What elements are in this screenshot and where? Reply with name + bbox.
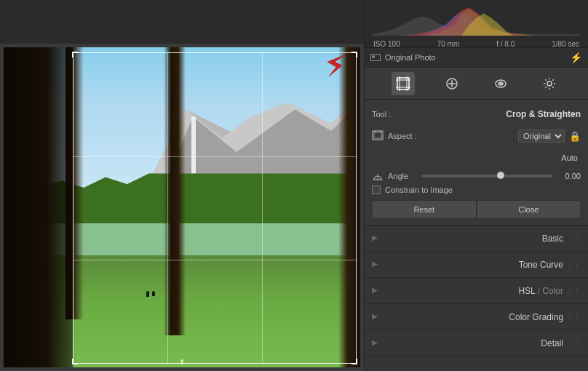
panel-label-detail: Detail <box>384 338 563 348</box>
resize-handle-bottom[interactable]: ⬍ <box>179 358 185 366</box>
svg-rect-20 <box>374 132 381 138</box>
lock-icon: 🔒 <box>569 131 581 142</box>
auto-row: Auto <box>372 149 581 167</box>
photo-background: ⬍ ⤢ <box>4 47 360 367</box>
svg-point-18 <box>547 81 552 86</box>
panel-expand-icon-hsl <box>372 288 378 294</box>
photo-icon <box>370 54 381 61</box>
outside-crop-left <box>4 47 73 367</box>
exif-focal: 70 mm <box>437 40 460 48</box>
aspect-icon <box>372 130 384 143</box>
crop-straighten-tool-button[interactable] <box>392 72 415 95</box>
exif-shutter: 1/80 sec <box>552 40 579 48</box>
top-bar <box>0 0 364 44</box>
panel-label-color-grading: Color Grading <box>384 312 563 322</box>
photo-info-label: Original Photo <box>385 53 436 62</box>
panel-label-tone-curve: Tone Curve <box>384 260 563 270</box>
grid-line-h2 <box>74 260 356 260</box>
histogram-chart <box>370 3 582 36</box>
panel-dots-detail: ⋮⋮ <box>566 339 581 347</box>
color-label: Color <box>542 286 563 296</box>
panel-label-hsl-color: HSL / Color <box>384 286 563 296</box>
svg-point-17 <box>500 83 501 84</box>
angle-value: 0.00 <box>557 172 581 180</box>
panel-expand-icon-color-grading <box>372 314 378 320</box>
panel-section-hsl-color[interactable]: HSL / Color ⋮⋮ <box>365 278 588 304</box>
panel-label-basic: Basic <box>384 234 563 244</box>
crop-overlay: ⬍ ⤢ <box>4 47 360 367</box>
crop-handle-tl[interactable] <box>72 52 78 57</box>
reset-button[interactable]: Reset <box>372 200 477 219</box>
panel-expand-icon-tone-curve <box>372 262 378 268</box>
panel-section-detail[interactable]: Detail ⋮⋮ <box>365 330 588 356</box>
histogram-area: ISO 100 70 mm f / 8.0 1/80 sec <box>365 0 588 47</box>
auto-label: Auto <box>372 153 581 162</box>
crop-handle-br[interactable] <box>351 359 357 364</box>
constrain-checkbox[interactable] <box>372 186 381 194</box>
svg-rect-7 <box>397 78 409 89</box>
photo-info-bar: Original Photo ⚡ <box>365 47 588 68</box>
hsl-label: HSL <box>518 286 535 296</box>
tool-icons-row <box>365 68 588 100</box>
photo-container[interactable]: ⬍ ⤢ <box>4 47 360 367</box>
constrain-label: Constrain to Image <box>385 186 453 194</box>
crop-handle-bl[interactable] <box>72 359 78 364</box>
heal-tool-button[interactable] <box>440 72 464 95</box>
exif-iso: ISO 100 <box>373 40 400 48</box>
grid-line-v1 <box>167 53 168 363</box>
panel-section-color-grading[interactable]: Color Grading ⋮⋮ <box>365 304 588 330</box>
aspect-label: Aspect : <box>388 132 428 140</box>
angle-icon <box>372 171 384 181</box>
exif-aperture: f / 8.0 <box>496 40 514 48</box>
tool-label: Tool : <box>372 110 412 119</box>
presets-tool-button[interactable] <box>538 72 561 95</box>
aspect-row: Aspect : Original 1:1 4:3 16:9 Custom 🔒 <box>372 127 581 145</box>
panel-expand-icon-basic <box>372 236 378 242</box>
red-arrow-indicator <box>320 51 349 82</box>
panel-section-tone-curve[interactable]: Tone Curve ⋮⋮ <box>365 252 588 278</box>
crop-border[interactable] <box>73 52 357 364</box>
masks-tool-button[interactable] <box>489 72 512 95</box>
panel-dots-tone-curve: ⋮⋮ <box>566 260 581 268</box>
angle-label: Angle <box>388 172 417 180</box>
angle-slider-thumb[interactable] <box>497 172 504 179</box>
grid-line-v2 <box>262 53 263 363</box>
crop-handle-tr[interactable] <box>351 52 357 57</box>
lightning-icon: ⚡ <box>570 52 582 63</box>
panel-dots-basic: ⋮⋮ <box>566 234 581 242</box>
angle-row: Angle 0.00 <box>372 171 581 181</box>
hsl-slash: / <box>535 286 542 296</box>
panel-dots-hsl: ⋮⋮ <box>566 287 581 295</box>
tool-value: Crop & Straighten <box>412 109 581 119</box>
panel-expand-icon-detail <box>372 340 378 346</box>
action-buttons-row: Reset Close <box>372 200 581 219</box>
constrain-row: Constrain to Image <box>372 186 581 194</box>
grid-line-h1 <box>74 156 356 157</box>
svg-marker-6 <box>327 55 346 76</box>
exif-bar: ISO 100 70 mm f / 8.0 1/80 sec <box>370 38 582 48</box>
crop-tool-panel: Tool : Crop & Straighten Aspect : Origin… <box>365 100 588 226</box>
tool-row: Tool : Crop & Straighten <box>372 105 581 123</box>
aspect-dropdown[interactable]: Original 1:1 4:3 16:9 Custom <box>518 129 565 143</box>
angle-slider[interactable] <box>421 175 553 177</box>
close-button[interactable]: Close <box>477 200 581 219</box>
photo-editor-panel: ⬍ ⤢ <box>0 0 364 371</box>
panel-section-basic[interactable]: Basic ⋮⋮ <box>365 226 588 252</box>
right-panel: ISO 100 70 mm f / 8.0 1/80 sec Original … <box>364 0 588 371</box>
panel-dots-color-grading: ⋮⋮ <box>566 313 581 321</box>
